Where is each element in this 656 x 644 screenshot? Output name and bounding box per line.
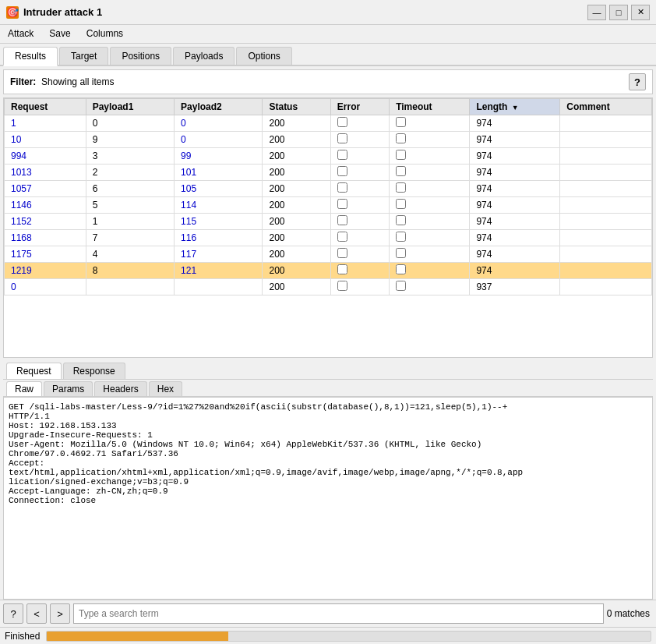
cell-length: 974: [470, 197, 560, 214]
minimize-button[interactable]: —: [587, 5, 606, 20]
menu-bar: Attack Save Columns: [0, 25, 656, 44]
cell-payload2: 101: [175, 165, 263, 181]
search-prev-button[interactable]: <: [26, 603, 47, 624]
menu-columns[interactable]: Columns: [82, 27, 128, 41]
checkbox-error[interactable]: [337, 182, 347, 193]
table-header-row: Request Payload1 Payload2 Status Error T…: [5, 99, 652, 115]
cell-timeout[interactable]: [390, 181, 470, 197]
table-row[interactable]: 11521115200974: [5, 214, 652, 230]
table-row[interactable]: 0200937: [5, 279, 652, 295]
checkbox-error[interactable]: [337, 166, 347, 176]
checkbox-error[interactable]: [337, 117, 347, 127]
cell-error[interactable]: [330, 148, 389, 165]
tab-response[interactable]: Response: [63, 363, 125, 379]
checkbox-timeout[interactable]: [396, 232, 406, 242]
table-row[interactable]: 11465114200974: [5, 197, 652, 214]
checkbox-error[interactable]: [337, 264, 347, 274]
checkbox-error[interactable]: [337, 150, 347, 160]
cell-comment: [560, 246, 652, 263]
checkbox-timeout[interactable]: [396, 150, 406, 160]
tab-target[interactable]: Target: [59, 47, 108, 65]
cell-error[interactable]: [330, 181, 389, 197]
checkbox-timeout[interactable]: [396, 199, 406, 209]
search-next-button[interactable]: >: [50, 603, 70, 624]
cell-status: 200: [263, 214, 330, 230]
col-header-payload1[interactable]: Payload1: [86, 99, 174, 115]
checkbox-timeout[interactable]: [396, 215, 406, 225]
checkbox-timeout[interactable]: [396, 248, 406, 258]
menu-attack[interactable]: Attack: [3, 27, 38, 41]
tab-results[interactable]: Results: [3, 47, 58, 66]
checkbox-error[interactable]: [337, 281, 347, 291]
cell-error[interactable]: [330, 115, 389, 132]
checkbox-error[interactable]: [337, 199, 347, 209]
checkbox-error[interactable]: [337, 133, 347, 143]
table-row[interactable]: 11754117200974: [5, 246, 652, 263]
col-header-status[interactable]: Status: [263, 99, 330, 115]
cell-timeout[interactable]: [390, 230, 470, 246]
cell-error[interactable]: [330, 279, 389, 295]
cell-error[interactable]: [330, 165, 389, 181]
search-help-button[interactable]: ?: [3, 603, 23, 624]
cell-timeout[interactable]: [390, 263, 470, 279]
checkbox-error[interactable]: [337, 248, 347, 258]
cell-error[interactable]: [330, 246, 389, 263]
cell-length: 974: [470, 263, 560, 279]
cell-timeout[interactable]: [390, 197, 470, 214]
col-header-payload2[interactable]: Payload2: [175, 99, 263, 115]
cell-timeout[interactable]: [390, 165, 470, 181]
table-row[interactable]: 12198121200974: [5, 263, 652, 279]
cell-timeout[interactable]: [390, 279, 470, 295]
checkbox-timeout[interactable]: [396, 133, 406, 143]
cell-comment: [560, 115, 652, 132]
tab-positions[interactable]: Positions: [110, 47, 171, 65]
cell-error[interactable]: [330, 214, 389, 230]
sub-tab-raw[interactable]: Raw: [6, 381, 42, 396]
sub-tab-params[interactable]: Params: [44, 381, 93, 396]
cell-error[interactable]: [330, 197, 389, 214]
col-header-error[interactable]: Error: [330, 99, 389, 115]
col-header-request[interactable]: Request: [5, 99, 86, 115]
cell-error[interactable]: [330, 263, 389, 279]
cell-status: 200: [263, 279, 330, 295]
sub-tab-headers[interactable]: Headers: [94, 381, 146, 396]
filter-help-button[interactable]: ?: [629, 73, 646, 90]
checkbox-timeout[interactable]: [396, 281, 406, 291]
tab-payloads[interactable]: Payloads: [173, 47, 235, 65]
cell-comment: [560, 279, 652, 295]
checkbox-error[interactable]: [337, 232, 347, 242]
menu-save[interactable]: Save: [44, 27, 75, 41]
cell-timeout[interactable]: [390, 148, 470, 165]
close-button[interactable]: ✕: [631, 5, 650, 20]
checkbox-timeout[interactable]: [396, 264, 406, 274]
search-input[interactable]: [73, 603, 604, 624]
cell-timeout[interactable]: [390, 214, 470, 230]
cell-error[interactable]: [330, 230, 389, 246]
sort-arrow-icon: ▼: [512, 104, 519, 111]
cell-timeout[interactable]: [390, 132, 470, 148]
col-header-length[interactable]: Length ▼: [470, 99, 560, 115]
cell-request: 10: [5, 132, 86, 148]
col-header-comment[interactable]: Comment: [560, 99, 652, 115]
cell-comment: [560, 197, 652, 214]
checkbox-timeout[interactable]: [396, 182, 406, 193]
cell-timeout[interactable]: [390, 246, 470, 263]
table-row[interactable]: 1090200974: [5, 132, 652, 148]
checkbox-timeout[interactable]: [396, 166, 406, 176]
cell-error[interactable]: [330, 132, 389, 148]
col-header-timeout[interactable]: Timeout: [390, 99, 470, 115]
window-controls: — □ ✕: [587, 5, 650, 20]
sub-tab-hex[interactable]: Hex: [149, 381, 182, 396]
cell-request: 1013: [5, 165, 86, 181]
checkbox-timeout[interactable]: [396, 117, 406, 127]
table-row[interactable]: 100200974: [5, 115, 652, 132]
cell-timeout[interactable]: [390, 115, 470, 132]
checkbox-error[interactable]: [337, 215, 347, 225]
table-row[interactable]: 10132101200974: [5, 165, 652, 181]
maximize-button[interactable]: □: [609, 5, 628, 20]
table-row[interactable]: 994399200974: [5, 148, 652, 165]
tab-request[interactable]: Request: [6, 363, 62, 379]
table-row[interactable]: 10576105200974: [5, 181, 652, 197]
tab-options[interactable]: Options: [236, 47, 291, 65]
table-row[interactable]: 11687116200974: [5, 230, 652, 246]
